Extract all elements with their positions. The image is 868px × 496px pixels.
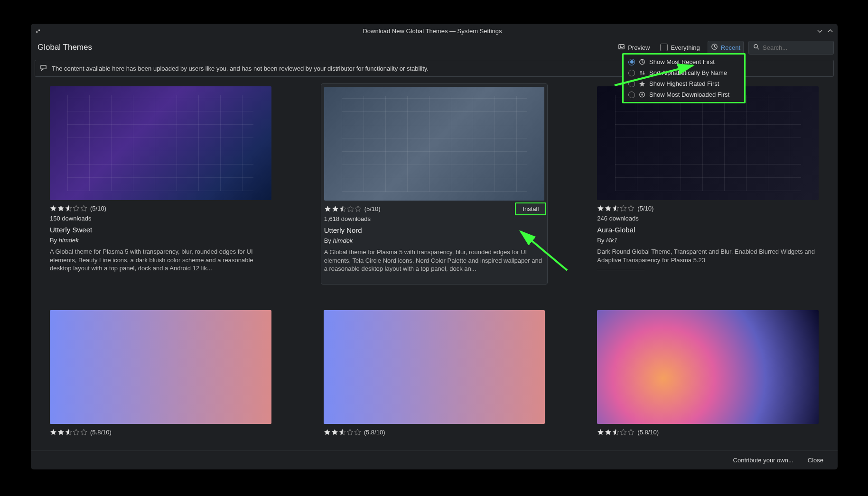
window-title: Download New Global Themes — System Sett… bbox=[49, 28, 816, 35]
rating-text: (5.8/10) bbox=[364, 429, 385, 436]
theme-description: A Global theme for Plasma 5 with transpa… bbox=[50, 248, 271, 273]
theme-thumbnail bbox=[597, 310, 819, 424]
theme-thumbnail bbox=[50, 310, 271, 424]
sort-label: Show Most Recent First bbox=[649, 58, 715, 65]
theme-author: By l4k1 bbox=[597, 237, 819, 244]
footer: Contribute your own... Close bbox=[31, 450, 838, 469]
theme-card[interactable]: (5.8/10) bbox=[50, 310, 271, 444]
radio-icon bbox=[628, 81, 635, 87]
clock-icon bbox=[639, 59, 645, 65]
app-menu-icon[interactable] bbox=[35, 27, 42, 35]
theme-author: By himdek bbox=[324, 237, 545, 244]
divider bbox=[597, 270, 644, 270]
sort-label: Show Most Downloaded First bbox=[649, 91, 729, 98]
content-grid: (5/10) 150 downloads Utterly Sweet By hi… bbox=[31, 80, 838, 450]
theme-thumbnail bbox=[324, 87, 545, 201]
theme-name: Utterly Nord bbox=[324, 226, 545, 234]
rating-stars bbox=[50, 205, 87, 212]
rating-stars bbox=[324, 205, 362, 212]
theme-card[interactable]: (5.8/10) bbox=[324, 310, 545, 444]
rating-stars bbox=[597, 205, 635, 212]
download-icon bbox=[639, 92, 645, 98]
theme-description: A Global theme for Plasma 5 with transpa… bbox=[324, 248, 545, 273]
theme-card[interactable]: (5/10) 150 downloads Utterly Sweet By hi… bbox=[50, 86, 271, 282]
download-count: 150 downloads bbox=[50, 215, 271, 222]
theme-thumbnail bbox=[324, 310, 545, 424]
checkbox-icon bbox=[660, 44, 668, 51]
search-icon bbox=[753, 43, 760, 52]
window: Download New Global Themes — System Sett… bbox=[31, 24, 838, 469]
theme-card[interactable]: (5.8/10) bbox=[597, 310, 819, 444]
sort-option-rated[interactable]: Show Highest Rated First bbox=[625, 78, 742, 89]
search-box[interactable] bbox=[748, 41, 834, 55]
rating-stars bbox=[324, 429, 361, 436]
sort-option-recent[interactable]: Show Most Recent First bbox=[625, 56, 742, 67]
radio-icon bbox=[628, 59, 635, 65]
page-title: Global Themes bbox=[35, 43, 610, 52]
sort-label: Sort Alphabetically By Name bbox=[649, 69, 727, 76]
theme-name: Utterly Sweet bbox=[50, 226, 271, 234]
clock-icon bbox=[711, 43, 718, 52]
rating-stars bbox=[50, 429, 87, 436]
install-button[interactable]: Install bbox=[515, 202, 546, 215]
comment-icon bbox=[40, 64, 47, 73]
download-count: 1,618 downloads bbox=[324, 215, 545, 222]
theme-description: Dark Round Global Theme, Transparent and… bbox=[597, 248, 819, 264]
sort-recent-button[interactable]: Recent bbox=[708, 41, 744, 54]
rating-text: (5/10) bbox=[364, 205, 381, 212]
expand-icon[interactable] bbox=[826, 27, 834, 35]
preview-label: Preview bbox=[628, 44, 650, 51]
collapse-icon[interactable] bbox=[816, 27, 823, 35]
titlebar: Download New Global Themes — System Sett… bbox=[31, 24, 838, 38]
radio-icon bbox=[628, 70, 635, 76]
rating-text: (5.8/10) bbox=[637, 429, 659, 436]
radio-icon bbox=[628, 92, 635, 98]
rating-stars bbox=[597, 429, 635, 436]
theme-thumbnail bbox=[50, 86, 271, 200]
contribute-link[interactable]: Contribute your own... bbox=[733, 457, 793, 464]
sort-dropdown: Show Most Recent First Sort Alphabetical… bbox=[622, 53, 746, 103]
theme-author: By himdek bbox=[50, 237, 271, 244]
svg-point-1 bbox=[38, 29, 39, 30]
star-icon bbox=[639, 81, 645, 87]
sort-option-alpha[interactable]: Sort Alphabetically By Name bbox=[625, 67, 742, 78]
rating-text: (5/10) bbox=[637, 205, 653, 212]
sort-az-icon bbox=[639, 70, 645, 76]
search-input[interactable] bbox=[763, 44, 830, 51]
svg-point-5 bbox=[754, 44, 758, 48]
image-icon bbox=[618, 43, 625, 52]
info-text: The content available here has been uplo… bbox=[52, 65, 429, 72]
svg-point-3 bbox=[620, 46, 621, 46]
theme-name: Aura-Global bbox=[597, 226, 819, 234]
rating-text: (5.8/10) bbox=[90, 429, 112, 436]
close-button[interactable]: Close bbox=[808, 457, 823, 464]
sort-option-downloaded[interactable]: Show Most Downloaded First bbox=[625, 89, 742, 100]
rating-text: (5/10) bbox=[90, 205, 106, 212]
theme-thumbnail bbox=[597, 86, 819, 200]
recent-label: Recent bbox=[721, 44, 740, 51]
svg-point-0 bbox=[36, 31, 37, 32]
download-count: 246 downloads bbox=[597, 215, 819, 222]
sort-label: Show Highest Rated First bbox=[649, 80, 719, 87]
theme-card[interactable]: Install (5/10) 1,618 downloads Utterly N… bbox=[321, 83, 548, 285]
preview-toggle[interactable]: Preview bbox=[615, 41, 653, 54]
everything-toggle[interactable]: Everything bbox=[657, 42, 702, 53]
svg-rect-6 bbox=[41, 65, 46, 69]
everything-label: Everything bbox=[671, 44, 700, 51]
theme-card[interactable]: (5/10) 246 downloads Aura-Global By l4k1… bbox=[597, 86, 819, 282]
